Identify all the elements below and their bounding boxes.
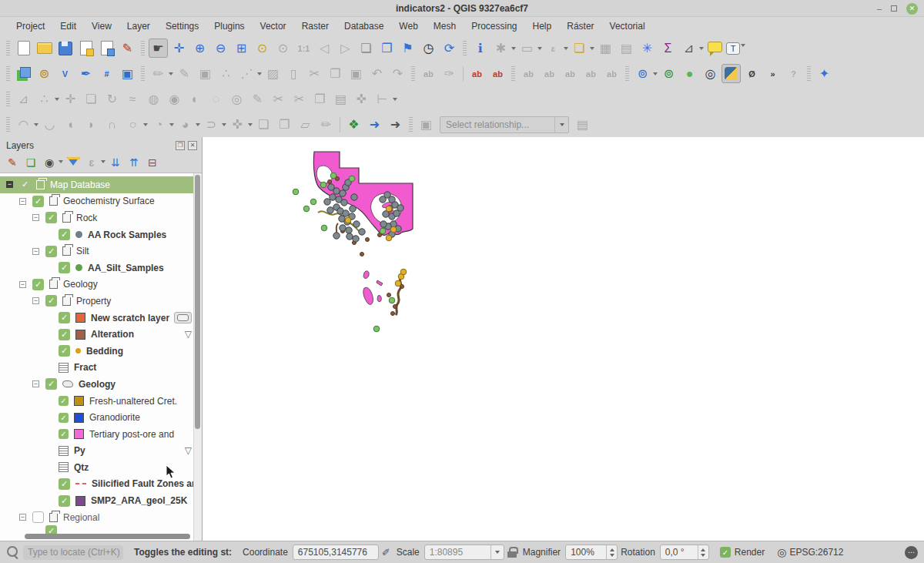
rotation-spinner[interactable]: 0,0 °: [660, 545, 709, 560]
menu-layer-3[interactable]: Layer: [120, 19, 157, 33]
trim-extend[interactable]: ⊢: [373, 89, 397, 109]
layer-checkbox[interactable]: ✓: [59, 495, 70, 507]
show-layout-manager[interactable]: [97, 39, 116, 58]
import-layer-to-database[interactable]: ➜: [365, 115, 384, 134]
messages-icon[interactable]: ⋯: [905, 546, 918, 559]
label-tool-disabled[interactable]: ab: [419, 64, 438, 83]
filter-legend[interactable]: [65, 154, 82, 171]
toolbar-grip[interactable]: [807, 66, 811, 82]
chevron-down-icon[interactable]: [699, 47, 704, 50]
highlight-pinned-labels[interactable]: ab: [519, 64, 538, 83]
chevron-down-icon[interactable]: [143, 123, 148, 126]
undo[interactable]: ↶: [367, 64, 387, 83]
close-button[interactable]: ✕: [906, 3, 918, 15]
toolbar-grip[interactable]: [141, 66, 145, 82]
zoom-to-layer[interactable]: ⊙: [273, 39, 293, 58]
layer-checkbox[interactable]: ✓: [45, 212, 57, 223]
ellipse-extent[interactable]: ◔: [149, 115, 174, 134]
toolbar-overflow[interactable]: »: [763, 64, 782, 83]
open-layer-styling[interactable]: ✎: [4, 154, 21, 171]
layer-row-fract[interactable]: Fract: [0, 360, 202, 377]
layer-row-smp2-ara-geol-25k[interactable]: ✓SMP2_ARA_geol_25K: [0, 492, 202, 509]
circle-2points[interactable]: ◡: [40, 115, 59, 134]
layer-checkbox[interactable]: ✓: [32, 279, 44, 290]
text-annotation[interactable]: T: [726, 42, 745, 55]
crs-value[interactable]: EPSG:26712: [789, 547, 843, 558]
layer-checkbox[interactable]: ✓: [59, 413, 69, 423]
current-edits[interactable]: ✏: [149, 64, 173, 83]
chevron-down-icon[interactable]: [257, 72, 262, 75]
shape-tool[interactable]: ▱: [296, 115, 315, 134]
new-geopackage-layer[interactable]: ⊚: [35, 64, 54, 83]
layer-row-new-scratch-layer[interactable]: ✓New scratch layer: [0, 310, 202, 327]
layer-row-aa-rock-samples[interactable]: ✓AA Rock Samples: [0, 226, 202, 243]
layer-checkbox[interactable]: ✓: [59, 229, 70, 240]
layer-checkbox[interactable]: ✓: [45, 246, 57, 257]
layer-checkbox[interactable]: ✓: [45, 378, 57, 390]
processing-toolbox[interactable]: ✳: [638, 39, 657, 58]
pan-to-selection[interactable]: ✛: [169, 39, 189, 58]
zoom-native-resolution[interactable]: 1:1: [294, 39, 313, 58]
expand-all[interactable]: ⇊: [107, 154, 124, 171]
layer-row-qtz[interactable]: Qtz: [0, 459, 202, 476]
chevron-down-icon[interactable]: [590, 47, 594, 50]
style-manager[interactable]: ✎: [118, 39, 137, 58]
copy-paste-style[interactable]: ❏: [254, 115, 273, 134]
db-manager-window[interactable]: ❖: [344, 115, 363, 134]
zoom-to-selection[interactable]: ⊙: [253, 39, 272, 58]
toolbar-grip[interactable]: [463, 41, 467, 56]
chevron-down-icon[interactable]: [59, 160, 63, 163]
chevron-down-icon[interactable]: [222, 123, 226, 126]
chevron-down-icon[interactable]: [653, 72, 658, 75]
topology-checker[interactable]: ✦: [815, 64, 834, 83]
circle-3points[interactable]: ◖: [61, 115, 80, 134]
add-child-feature[interactable]: ▤: [573, 115, 592, 134]
layer-checkbox[interactable]: ✓: [45, 525, 57, 534]
chevron-down-icon[interactable]: [537, 47, 542, 50]
chevron-down-icon[interactable]: [554, 117, 568, 132]
add-ring[interactable]: ◍: [144, 89, 163, 109]
layer-row-rock[interactable]: −✓Rock: [0, 209, 202, 226]
new-print-layout[interactable]: [76, 39, 95, 58]
layer-row-py[interactable]: Py▽: [0, 443, 202, 460]
export-layer-from-database[interactable]: ➜: [386, 115, 405, 134]
layer-checkbox[interactable]: ✓: [59, 262, 70, 273]
help-contents[interactable]: ?: [784, 64, 803, 83]
spinner-arrows-icon[interactable]: [698, 545, 708, 559]
layer-checkbox[interactable]: ✓: [59, 329, 70, 340]
toolbar-grip[interactable]: [511, 66, 515, 82]
layer-row-silicified-fault-zones-an[interactable]: ✓Silicified Fault Zones an: [0, 476, 202, 493]
chevron-down-icon[interactable]: [490, 545, 504, 559]
identify-features[interactable]: ℹ: [470, 39, 490, 58]
plugin-null-tool[interactable]: Ø: [742, 64, 762, 83]
pan-map[interactable]: ☛: [149, 39, 168, 58]
layer-row-fresh-unaltered-cret-[interactable]: ✓Fresh-unaltered Cret.: [0, 393, 202, 410]
relation-paste-tool[interactable]: ▣: [417, 115, 436, 134]
new-3d-map-view[interactable]: ❐: [377, 39, 397, 58]
save-layer-edits[interactable]: ▣: [196, 64, 215, 83]
menu-web-9[interactable]: Web: [392, 19, 424, 33]
map-canvas[interactable]: [203, 137, 924, 541]
extents-toggle-icon[interactable]: ✐: [382, 547, 390, 558]
simplify-feature[interactable]: ≈: [123, 89, 142, 109]
magnifier-spinner[interactable]: 100%: [565, 545, 618, 560]
layer-row-regional[interactable]: −Regional: [0, 509, 202, 526]
spinner-arrows-icon[interactable]: [606, 545, 617, 559]
zoom-next[interactable]: ▷: [336, 39, 355, 58]
deselect-features[interactable]: ɛ: [544, 39, 568, 58]
show-hide-labels[interactable]: ab: [540, 64, 559, 83]
split-features[interactable]: ✂: [269, 89, 288, 109]
menu-rster-13[interactable]: Ráster: [560, 19, 601, 33]
menu-view-2[interactable]: View: [85, 19, 119, 33]
layer-checkbox[interactable]: ✓: [45, 295, 57, 307]
menu-project-0[interactable]: Project: [9, 19, 52, 33]
restore-button[interactable]: [891, 5, 897, 12]
layer-row-geology[interactable]: −✓Geology: [0, 376, 202, 393]
measure[interactable]: ⊿: [679, 39, 704, 58]
rotate-feature[interactable]: ↻: [102, 89, 122, 109]
panel-close-icon[interactable]: ✕: [188, 141, 197, 150]
ellipse-center-point[interactable]: ○: [123, 115, 148, 134]
zoom-full-extent[interactable]: ⊞: [232, 39, 251, 58]
layer-labeling-options[interactable]: ab: [467, 64, 487, 83]
advanced-digitizing[interactable]: ⋰: [237, 64, 262, 83]
